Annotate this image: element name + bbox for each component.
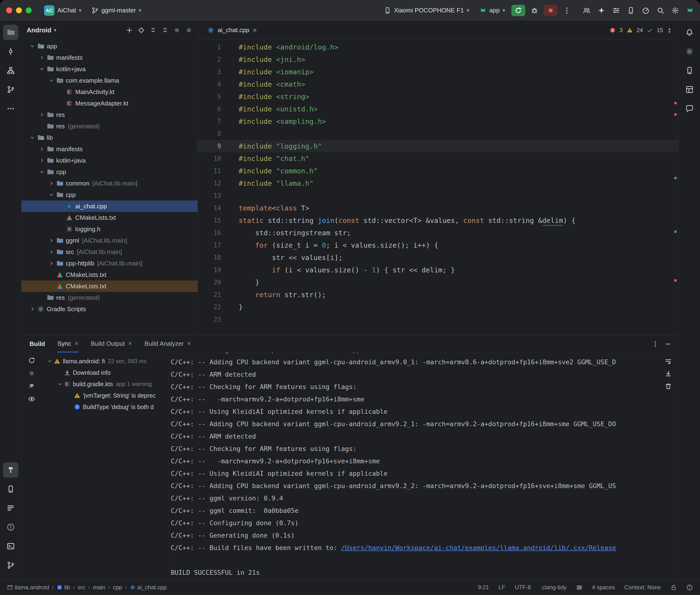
locate-icon[interactable] [138,27,145,34]
line-ending[interactable]: LF [499,584,505,591]
gutter-line-number[interactable]: 15 [198,214,239,227]
profiler-icon[interactable] [642,7,649,14]
chevron-right-icon[interactable] [37,146,47,152]
chevron-right-icon[interactable] [47,249,56,255]
device-selector[interactable]: Xiaomi POCOPHONE F1 ▾ [380,5,473,16]
gutter-line-number[interactable]: 22 [198,301,239,313]
chevron-right-icon[interactable] [37,158,47,163]
code-with-me-icon[interactable] [583,7,590,14]
inspections-widget[interactable]: 3 24 15 ▴▾ [610,27,678,34]
chevron-down-icon[interactable] [56,381,64,387]
chevron-right-icon[interactable] [37,55,47,60]
tree-item-manifests[interactable]: manifests [22,143,197,155]
resolve-context[interactable]: Context: None [624,584,661,591]
soft-wrap-icon[interactable] [665,358,672,365]
build-tree-item-buildtype-debug-is-both-d[interactable]: BuildType 'debug' is both d [42,401,168,413]
stripe-mark[interactable] [674,279,677,282]
close-tab-icon[interactable]: × [253,27,257,34]
hide-build-window-icon[interactable] [665,341,671,347]
stripe-mark[interactable] [674,102,677,104]
gutter-line-number[interactable]: 5 [198,90,239,103]
build-tree-item-jvmtarget-string-is-deprec[interactable]: 'jvmTarget: String' is deprec [42,390,168,401]
gutter-line-number[interactable]: 18 [198,251,239,264]
code-editor[interactable]: 1#include <android/log.h>2#include <jni.… [198,39,678,335]
tool-stripe-structure[interactable] [3,63,18,78]
gutter-line-number[interactable]: 2 [198,53,239,66]
tool-stripe-commit[interactable] [3,44,18,59]
tree-item-logging-h[interactable]: Hlogging.h [22,223,197,235]
tool-stripe-pull-requests[interactable] [3,82,18,97]
breadcrumb-llama-android[interactable]: llama.android [7,584,49,591]
chevron-down-icon[interactable] [47,192,56,198]
lock-icon[interactable] [670,584,677,591]
chevron-down-icon[interactable] [46,359,54,364]
indent-setting[interactable]: 4 spaces [592,584,615,591]
vcs-branch-selector[interactable]: ggml-master ▾ [88,5,145,16]
tool-stripe-problems[interactable] [3,519,18,535]
build-tab-build-output[interactable]: Build Output× [91,336,132,352]
collapse-all-icon[interactable] [162,27,168,34]
tool-stripe-running-devices[interactable] [682,82,697,97]
chevron-right-icon[interactable] [47,260,56,266]
gutter-line-number[interactable]: 23 [198,313,239,326]
chevron-right-icon[interactable] [28,306,37,312]
add-icon[interactable] [126,27,133,34]
tree-item-ggml[interactable]: ggml[AiChat.lib.main] [22,235,197,246]
tree-item-com-example-llama[interactable]: com.example.llama [22,75,197,86]
settings-icon[interactable] [671,7,679,14]
close-tab-icon[interactable]: × [75,340,78,347]
build-options-icon[interactable] [652,341,659,347]
breadcrumb-ai-chat-cpp[interactable]: Cai_chat.cpp [130,584,167,591]
tree-item-lib[interactable]: lib [22,132,197,143]
tool-stripe-more-tool-windows[interactable] [3,101,18,116]
tool-stripe-logcat[interactable] [3,501,18,516]
hide-icon[interactable] [186,27,192,34]
stop-icon[interactable] [28,370,35,377]
sync-icon[interactable] [28,357,35,364]
clear-all-icon[interactable] [665,382,672,390]
tree-item-cpp[interactable]: cpp [22,166,197,178]
build-window-title[interactable]: Build [30,340,45,348]
breadcrumb-cpp[interactable]: cpp [113,584,122,591]
project-selector[interactable]: AC AiChat ▾ [40,3,85,18]
actions-icon[interactable] [612,7,620,14]
build-tree-item-download-info[interactable]: Download info [42,367,168,378]
gutter-line-number[interactable]: 20 [198,276,239,289]
gutter-line-number[interactable]: 6 [198,103,239,115]
preview-icon[interactable] [28,395,35,403]
error-stripe[interactable] [674,42,677,334]
tool-stripe-device-explorer[interactable] [3,481,18,497]
clang-tidy-widget[interactable]: .clang-tidy [540,584,566,591]
stripe-mark[interactable] [674,230,677,233]
tree-item-ai-chat-cpp[interactable]: Cai_chat.cpp [22,200,197,212]
gutter-line-number[interactable]: 16 [198,227,239,239]
gutter-line-number[interactable]: 19 [198,264,239,276]
gutter-line-number[interactable]: 12 [198,177,239,190]
tool-stripe-version-control[interactable] [3,558,18,573]
gutter-line-number[interactable]: 21 [198,289,239,301]
scroll-to-end-icon[interactable] [665,370,672,377]
breadcrumb-main[interactable]: main [93,584,105,591]
cursor-position[interactable]: 9:21 [478,584,489,591]
tool-stripe-device-manager[interactable] [682,63,697,78]
gutter-line-number[interactable]: 4 [198,78,239,90]
tree-item-manifests[interactable]: manifests [22,52,197,63]
tree-item-src[interactable]: src[AiChat.lib.main] [22,246,197,258]
chevron-down-icon[interactable] [37,169,47,175]
gutter-line-number[interactable]: 8 [198,128,239,140]
debug-button[interactable] [528,5,541,16]
gutter-line-number[interactable]: 14 [198,202,239,214]
stripe-mark[interactable] [674,177,677,179]
gutter-line-number[interactable]: 17 [198,239,239,251]
tree-item-app[interactable]: app [22,40,197,52]
run-button[interactable] [511,5,525,16]
tool-stripe-notifications[interactable] [682,25,697,40]
gutter-line-number[interactable]: 13 [198,190,239,202]
status-problems-icon[interactable] [687,584,693,591]
tree-item-cmakelists-txt[interactable]: CMakeLists.txt [22,281,197,292]
chevron-right-icon[interactable] [47,180,56,186]
file-encoding[interactable]: UTF-8 [515,584,531,591]
tree-item-cmakelists-txt[interactable]: CMakeLists.txt [22,212,197,223]
close-tab-icon[interactable]: × [128,340,132,347]
search-everywhere-icon[interactable] [657,7,664,14]
